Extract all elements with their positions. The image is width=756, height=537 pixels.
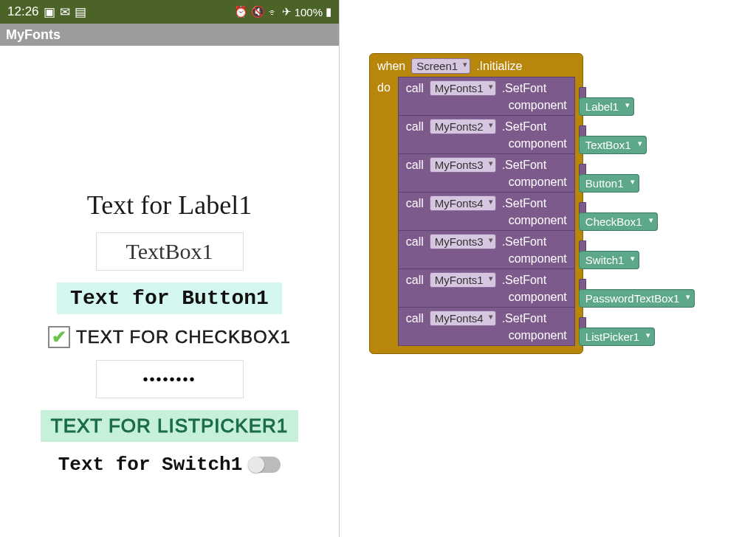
call-method: .SetFont bbox=[502, 235, 546, 249]
call-block[interactable]: call MyFonts4 .SetFont component ListPic… bbox=[398, 308, 575, 346]
call-block[interactable]: call MyFonts2 .SetFont component TextBox… bbox=[398, 116, 575, 154]
mail-icon: ✉ bbox=[60, 4, 70, 20]
checkbox1-label: Text for CheckBox1 bbox=[76, 327, 291, 347]
call-keyword: call bbox=[406, 82, 424, 95]
param-label: component bbox=[509, 291, 567, 304]
app-title-bar: MyFonts bbox=[0, 24, 339, 46]
switch1-row[interactable]: Text for Switch1 bbox=[58, 454, 281, 476]
call-block[interactable]: call MyFonts3 .SetFont component Button1 bbox=[398, 154, 575, 193]
call-keyword: call bbox=[406, 159, 424, 172]
component-chip[interactable]: CheckBox1 bbox=[579, 212, 658, 231]
call-block[interactable]: call MyFonts3 .SetFont component Switch1 bbox=[398, 231, 575, 269]
switch1-label: Text for Switch1 bbox=[58, 454, 243, 476]
phone-content: Text for Label1 Text for Button1 ✔ Text … bbox=[0, 46, 339, 537]
component-chip[interactable]: Label1 bbox=[579, 97, 634, 116]
param-label: component bbox=[509, 214, 567, 227]
phone-preview: 12:26 ▣ ✉ ▤ ⏰ 🔇 ᯤ ✈ 100% ▮ MyFonts Text … bbox=[0, 0, 340, 537]
vibrate-icon: 🔇 bbox=[251, 5, 265, 18]
component-chip[interactable]: Button1 bbox=[579, 174, 639, 193]
button1[interactable]: Text for Button1 bbox=[57, 283, 282, 314]
wifi-icon: ᯤ bbox=[268, 6, 279, 18]
call-block[interactable]: call MyFonts1 .SetFont component Passwor… bbox=[398, 269, 575, 308]
call-object-dropdown[interactable]: MyFonts1 bbox=[430, 80, 496, 96]
call-keyword: call bbox=[406, 235, 424, 249]
password-textbox1[interactable] bbox=[96, 360, 244, 398]
call-object-dropdown[interactable]: MyFonts2 bbox=[430, 119, 496, 134]
calls-column: call MyFonts1 .SetFont component Label1 … bbox=[398, 77, 575, 346]
do-keyword: do bbox=[377, 81, 391, 94]
switch1-knob bbox=[248, 457, 264, 473]
param-label: component bbox=[509, 252, 567, 266]
label1: Text for Label1 bbox=[87, 190, 252, 221]
call-method: .SetFont bbox=[502, 312, 546, 325]
app-icon: ▤ bbox=[75, 4, 86, 20]
airplane-icon: ✈ bbox=[282, 5, 292, 18]
event-target-dropdown[interactable]: Screen1 bbox=[411, 58, 470, 74]
component-chip[interactable]: Switch1 bbox=[579, 251, 640, 269]
status-time: 12:26 bbox=[7, 4, 39, 19]
call-method: .SetFont bbox=[502, 197, 546, 210]
call-block[interactable]: call MyFonts4 .SetFont component CheckBo… bbox=[398, 193, 575, 231]
call-method: .SetFont bbox=[502, 82, 546, 95]
call-object-dropdown[interactable]: MyFonts3 bbox=[430, 157, 496, 173]
component-chip[interactable]: TextBox1 bbox=[579, 136, 647, 154]
checkbox1-box[interactable]: ✔ bbox=[48, 326, 70, 348]
call-method: .SetFont bbox=[502, 274, 546, 287]
checkbox1-row[interactable]: ✔ Text for CheckBox1 bbox=[48, 326, 291, 348]
check-icon: ✔ bbox=[52, 327, 66, 347]
component-chip[interactable]: ListPicker1 bbox=[579, 328, 655, 346]
switch1-toggle[interactable] bbox=[248, 457, 281, 473]
call-object-dropdown[interactable]: MyFonts1 bbox=[430, 272, 496, 288]
when-initialize-block[interactable]: when Screen1 .Initialize do call MyFonts… bbox=[369, 53, 583, 354]
when-keyword: when bbox=[377, 60, 405, 73]
blocks-canvas[interactable]: when Screen1 .Initialize do call MyFonts… bbox=[340, 0, 756, 537]
call-object-dropdown[interactable]: MyFonts4 bbox=[430, 311, 496, 326]
event-method: .Initialize bbox=[476, 60, 522, 73]
battery-text: 100% bbox=[295, 6, 323, 18]
call-method: .SetFont bbox=[502, 120, 546, 134]
component-chip[interactable]: PasswordTextBox1 bbox=[579, 289, 695, 308]
status-bar: 12:26 ▣ ✉ ▤ ⏰ 🔇 ᯤ ✈ 100% ▮ bbox=[0, 0, 339, 24]
image-icon: ▣ bbox=[44, 4, 55, 20]
param-label: component bbox=[509, 176, 567, 189]
listpicker1[interactable]: Text for ListPicker1 bbox=[41, 410, 298, 442]
call-keyword: call bbox=[406, 120, 424, 134]
battery-icon: ▮ bbox=[326, 5, 331, 18]
call-keyword: call bbox=[406, 274, 424, 287]
call-keyword: call bbox=[406, 197, 424, 210]
event-block-stack[interactable]: when Screen1 .Initialize do call MyFonts… bbox=[369, 53, 583, 354]
param-label: component bbox=[509, 137, 567, 150]
textbox1[interactable] bbox=[96, 232, 244, 271]
call-object-dropdown[interactable]: MyFonts3 bbox=[430, 234, 496, 249]
alarm-icon: ⏰ bbox=[234, 5, 248, 18]
call-block[interactable]: call MyFonts1 .SetFont component Label1 bbox=[398, 77, 575, 116]
call-object-dropdown[interactable]: MyFonts4 bbox=[430, 195, 496, 211]
call-keyword: call bbox=[406, 312, 424, 325]
app-title: MyFonts bbox=[6, 27, 61, 43]
param-label: component bbox=[509, 99, 567, 112]
call-method: .SetFont bbox=[502, 159, 546, 172]
param-label: component bbox=[509, 329, 567, 342]
